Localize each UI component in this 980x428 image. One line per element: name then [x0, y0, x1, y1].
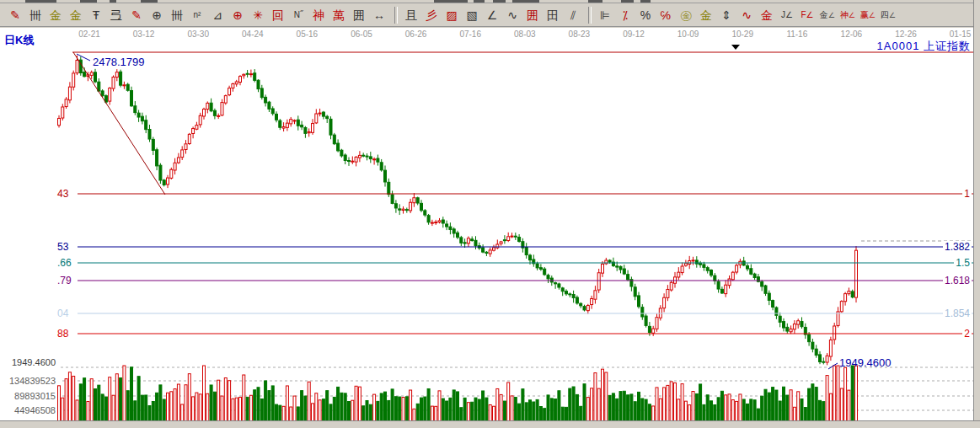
- tool-gann-si-icon[interactable]: 四∠: [879, 6, 897, 24]
- tool-gann-gold-icon[interactable]: 金∠: [818, 6, 837, 24]
- date-tick: 08-03: [514, 29, 536, 39]
- tool-gold-lines-icon[interactable]: 金: [697, 6, 715, 24]
- tool-gann-shen-icon[interactable]: 神∠: [838, 6, 857, 24]
- tool-ray-fan-icon[interactable]: 彡: [422, 6, 441, 24]
- high-annotation-pointer: [77, 54, 90, 61]
- tool-compass-icon[interactable]: ⊕: [228, 6, 247, 24]
- fib-ratio-label: 2: [962, 328, 972, 340]
- tool-percent-icon[interactable]: %: [636, 6, 655, 24]
- tool-n-squared-icon[interactable]: n²: [188, 6, 206, 24]
- tool-pen2-icon[interactable]: ✎: [127, 6, 146, 24]
- chart-pane: 日K线 1A0001 上证指数 02-2103-1203-3004-2405-1…: [0, 28, 974, 421]
- tool-ruler-ticks-icon[interactable]: ⊫: [596, 6, 614, 24]
- date-tick: 12-26: [895, 29, 917, 39]
- tool-spiral-square-icon[interactable]: 回: [269, 6, 287, 24]
- fib-left-label: 53: [57, 241, 70, 253]
- tool-gann-j-icon[interactable]: J∠: [778, 6, 796, 24]
- tool-gann-f-icon[interactable]: F∠: [798, 6, 817, 24]
- volume-tick-label: 89893015: [0, 391, 56, 401]
- date-tick: 01-15: [950, 29, 972, 39]
- fib-left-label: 04: [57, 308, 70, 319]
- candlestick-chart[interactable]: [0, 28, 974, 421]
- price-min-label: 1949.4600: [0, 357, 56, 367]
- tool-tick-lines-icon[interactable]: 卌: [26, 6, 45, 24]
- date-tick: 10-29: [731, 29, 753, 39]
- date-tick: 03-30: [187, 29, 209, 39]
- tool-gold-underline-icon[interactable]: 金: [758, 6, 776, 24]
- toolbar-separator: [588, 7, 592, 24]
- date-tick: 10-09: [677, 29, 699, 39]
- tool-wave-overlay-icon[interactable]: ∿: [737, 6, 756, 24]
- tool-percent-slash-icon[interactable]: ⁒: [616, 6, 635, 24]
- date-tick: 07-16: [459, 29, 481, 39]
- tool-gann-wheel-icon[interactable]: ⊕: [147, 6, 166, 24]
- tool-spiral-icon[interactable]: 弖: [107, 6, 126, 24]
- toolbar-separator: [394, 7, 398, 24]
- high-annotation[interactable]: 2478.1799: [93, 56, 144, 68]
- tool-grid-arrow-icon[interactable]: 田: [544, 6, 562, 24]
- date-tick: 04-24: [242, 29, 264, 39]
- tool-arrow-pen-icon[interactable]: ⇕: [717, 6, 736, 24]
- tool-golden-section-icon[interactable]: 金: [46, 6, 65, 24]
- fib-ratio-label: 1.854: [943, 308, 972, 319]
- fib-ratio-label: 1.618: [943, 275, 972, 286]
- tool-pen-icon[interactable]: ✎: [6, 6, 24, 24]
- date-tick: 08-23: [569, 29, 591, 39]
- fib-ratio-label: 1.5: [954, 257, 972, 269]
- tool-width-marker-icon[interactable]: ↔: [370, 6, 388, 24]
- period-label[interactable]: 日K线: [4, 33, 34, 48]
- date-tick: 09-12: [623, 29, 645, 39]
- fib-left-label: .66: [57, 257, 73, 269]
- tool-gann-fan-circle-icon[interactable]: ✳: [249, 6, 267, 24]
- tool-percent-lines-icon[interactable]: Ŧ: [87, 6, 105, 24]
- app-window: ✎卌金金Ŧ弖✎⊕卌n²⊿⊕✳回Ν˝神萬囲↔且彡▨▧∠∿囲田⫽⊫⁒%℅㊎金⇕∿金J…: [0, 0, 980, 428]
- tool-parallel-lines-icon[interactable]: ⫽: [564, 6, 582, 24]
- tool-box-fan-icon[interactable]: ▨: [442, 6, 461, 24]
- tool-grid-red-icon[interactable]: 囲: [523, 6, 542, 24]
- tool-grid-numbers-icon[interactable]: 囲: [350, 6, 368, 24]
- tool-box-fan2-icon[interactable]: ▧: [463, 6, 481, 24]
- date-tick: 06-26: [405, 29, 427, 39]
- tool-tick-lines2-icon[interactable]: 卌: [168, 6, 186, 24]
- volume-tick-label: 44946508: [0, 405, 56, 415]
- low-annotation[interactable]: 1949.4600: [839, 356, 891, 369]
- fib-ratio-label: 1.382: [943, 241, 972, 253]
- fib-left-label: .79: [57, 275, 73, 286]
- tool-zigzag-icon[interactable]: ∿: [503, 6, 522, 24]
- window-right-edge: [973, 0, 980, 428]
- fib-ratio-label: 1: [962, 188, 972, 200]
- drawing-toolbar: ✎卌金金Ŧ弖✎⊕卌n²⊿⊕✳回Ν˝神萬囲↔且彡▨▧∠∿囲田⫽⊫⁒%℅㊎金⇕∿金J…: [0, 3, 980, 27]
- tool-percent-lines2-icon[interactable]: ℅: [656, 6, 675, 24]
- instrument-label: 1A0001 上证指数: [877, 39, 971, 54]
- date-tick: 06-05: [351, 29, 372, 39]
- date-tick: 03-12: [133, 29, 155, 39]
- window-bottom-edge: [0, 420, 980, 428]
- tool-angle-icon[interactable]: ⊿: [208, 6, 227, 24]
- tool-golden-channel-icon[interactable]: 金: [67, 6, 85, 24]
- date-tick: 11-16: [786, 29, 807, 39]
- tool-wan-icon[interactable]: 萬: [329, 6, 348, 24]
- tool-angle-fan-icon[interactable]: ∠: [483, 6, 501, 24]
- tool-rect-icon[interactable]: 且: [402, 6, 420, 24]
- volume-tick-label: 134839523: [0, 376, 56, 386]
- tool-gold-circle-icon[interactable]: ㊎: [677, 6, 695, 24]
- tool-shen-icon[interactable]: 神: [309, 6, 328, 24]
- fib-left-label: 88: [57, 328, 70, 340]
- tool-gann-ying-icon[interactable]: 赢∠: [859, 6, 877, 24]
- line-handle-marker[interactable]: [731, 45, 740, 50]
- fib-left-label: 43: [57, 188, 70, 200]
- date-tick: 12-06: [841, 29, 863, 39]
- tool-n-mark-icon[interactable]: Ν˝: [289, 6, 308, 24]
- date-tick: 02-21: [78, 29, 100, 39]
- date-tick: 05-16: [297, 29, 319, 39]
